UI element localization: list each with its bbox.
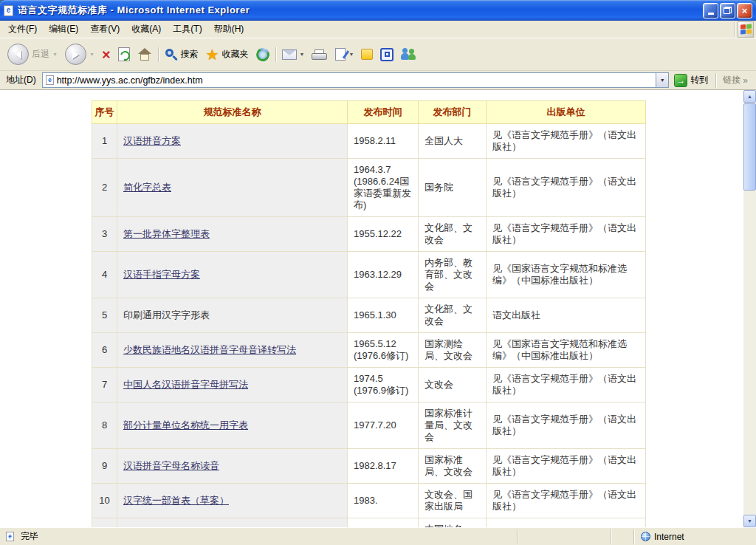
publisher-cell: 见《语言文字规范手册》（语文出版社） xyxy=(487,159,646,217)
refresh-icon xyxy=(118,47,130,61)
standard-name-cell: 汉语拼音字母名称读音 xyxy=(117,449,348,484)
refresh-button[interactable] xyxy=(114,46,134,63)
standard-name-cell: 部分计量单位名称统一用字表 xyxy=(117,402,348,449)
publish-dept-cell: 全国人大 xyxy=(419,124,487,159)
scrollbar-thumb[interactable] xyxy=(743,103,756,191)
links-label: 链接 xyxy=(723,74,740,86)
publish-date-cell: 1958.2.11 xyxy=(348,124,419,159)
publish-date-cell: 1983. xyxy=(348,484,419,518)
standard-name-cell: 汉语手指字母方案 xyxy=(117,252,348,298)
search-label: 搜索 xyxy=(181,48,199,61)
menu-help[interactable]: 帮助(H) xyxy=(208,21,250,38)
links-chevron-icon: » xyxy=(743,75,748,86)
back-label: 后退 xyxy=(32,48,49,61)
standard-name-cell: 汉语拼音方案 xyxy=(117,124,348,159)
status-bar: e 完毕 Internet xyxy=(0,527,756,545)
discuss-button[interactable] xyxy=(357,47,377,61)
discuss-note-icon xyxy=(361,49,373,60)
close-button[interactable]: × xyxy=(737,3,752,18)
print-button[interactable] xyxy=(308,47,331,63)
menu-edit[interactable]: 编辑(E) xyxy=(43,21,84,38)
standard-link[interactable]: 汉语手指字母方案 xyxy=(123,269,200,280)
scroll-up-icon: ▲ xyxy=(747,94,752,99)
menu-file[interactable]: 文件(F) xyxy=(2,21,43,38)
standard-name-text: 印刷通用汉字字形表 xyxy=(123,309,210,321)
forward-button[interactable]: ▼ xyxy=(61,42,98,66)
logo-b-button[interactable] xyxy=(377,47,397,63)
publisher-cell: 见《语言文字规范手册》（语文出版社） xyxy=(487,368,646,402)
minimize-button[interactable] xyxy=(703,3,718,18)
publish-dept-cell: 国务院 xyxy=(419,159,487,217)
ie-page-icon: e xyxy=(4,5,13,16)
publisher-cell: 见《语言文字规范手册》（语文出版社） xyxy=(487,217,646,252)
header-dept: 发布部门 xyxy=(419,101,487,124)
edit-button[interactable]: ▼ xyxy=(331,47,357,62)
restore-button[interactable] xyxy=(720,3,735,18)
messenger-button[interactable] xyxy=(397,47,421,62)
stop-button[interactable]: × xyxy=(98,46,114,64)
url-page-icon: e xyxy=(46,75,54,85)
table-row: 11中国地名汉语拼音字母拼写规则（汉语地名部分）1984.12.25中国地名委、… xyxy=(92,518,646,528)
menu-view[interactable]: 查看(V) xyxy=(84,21,126,38)
publish-date-cell: 1965.1.30 xyxy=(348,298,419,333)
status-pane-empty-2 xyxy=(614,530,631,544)
standard-link[interactable]: 汉字统一部首表（草案） xyxy=(123,495,229,506)
menu-tools[interactable]: 工具(T) xyxy=(167,21,207,38)
address-label: 地址(D) xyxy=(4,74,42,86)
browser-window: e 语言文字规范标准库 - Microsoft Internet Explore… xyxy=(0,0,756,545)
stop-icon: × xyxy=(102,47,111,62)
publish-date-cell: 1977.7.20 xyxy=(348,402,419,449)
publisher-cell: 见《语言文字规范手册》（语文出版社） xyxy=(487,402,646,449)
standard-link[interactable]: 中国人名汉语拼音字母拼写法 xyxy=(123,379,248,390)
forward-dropdown-icon: ▼ xyxy=(89,52,94,57)
publish-dept-cell: 文改会 xyxy=(419,368,487,402)
standard-link[interactable]: 汉语拼音方案 xyxy=(123,135,181,146)
window-title: 语言文字规范标准库 - Microsoft Internet Explorer xyxy=(18,4,701,17)
search-button[interactable]: 搜索 xyxy=(161,47,202,63)
standard-link[interactable]: 部分计量单位名称统一用字表 xyxy=(123,419,248,431)
mail-icon xyxy=(282,49,297,60)
menu-favorites[interactable]: 收藏(A) xyxy=(126,21,167,38)
mail-button[interactable]: ▼ xyxy=(278,48,309,61)
table-row: 1汉语拼音方案1958.2.11全国人大见《语言文字规范手册》（语文出版社） xyxy=(92,124,646,159)
menu-separator xyxy=(735,22,735,37)
header-date: 发布时间 xyxy=(348,101,419,124)
page-content: 序号 规范标准名称 发布时间 发布部门 出版单位 1汉语拼音方案1958.2.1… xyxy=(0,90,756,527)
publish-date-cell: 1964.3.7 (1986.6.24国家语委重新发布) xyxy=(348,159,419,217)
publish-date-cell: 1974.5 (1976.9修订) xyxy=(348,368,419,402)
menu-bar: 文件(F) 编辑(E) 查看(V) 收藏(A) 工具(T) 帮助(H) xyxy=(0,21,756,38)
table-row: 10汉字统一部首表（草案）1983.文改会、国家出版局见《语言文字规范手册》（语… xyxy=(92,484,646,518)
publish-dept-cell: 内务部、教育部、文改会 xyxy=(419,252,487,298)
vertical-scrollbar[interactable]: ▲ ▼ xyxy=(743,90,756,527)
standard-link[interactable]: 简化字总表 xyxy=(123,182,171,193)
go-button[interactable]: → 转到 xyxy=(669,74,713,87)
standard-name-cell: 汉字统一部首表（草案） xyxy=(117,484,348,518)
standard-link[interactable]: 汉语拼音字母名称读音 xyxy=(123,460,219,471)
forward-icon xyxy=(65,44,86,65)
back-button[interactable]: 后退 ▼ xyxy=(4,42,61,66)
row-number-cell: 7 xyxy=(92,368,117,402)
standard-link[interactable]: 第一批异体字整理表 xyxy=(123,228,210,239)
row-number-cell: 4 xyxy=(92,252,117,298)
mail-dropdown-icon: ▼ xyxy=(300,52,305,57)
publish-date-cell: 1984.12.25 xyxy=(348,518,419,528)
standard-link[interactable]: 少数民族语地名汉语拼音字母音译转写法 xyxy=(123,344,296,355)
scroll-down-icon: ▼ xyxy=(747,518,752,524)
address-input[interactable] xyxy=(57,75,656,86)
standards-table-body: 1汉语拼音方案1958.2.11全国人大见《语言文字规范手册》（语文出版社）2简… xyxy=(92,124,646,528)
publish-dept-cell: 国家测绘局、文改会 xyxy=(419,333,487,368)
address-dropdown-button[interactable]: ▼ xyxy=(656,73,668,87)
publisher-cell: 语文出版社 xyxy=(487,298,646,333)
table-header-row: 序号 规范标准名称 发布时间 发布部门 出版单位 xyxy=(92,101,646,124)
publish-date-cell: 1955.12.22 xyxy=(348,217,419,252)
history-button[interactable] xyxy=(252,47,273,63)
home-button[interactable] xyxy=(134,47,156,63)
links-button[interactable]: 链接 » xyxy=(718,74,752,86)
close-icon: × xyxy=(742,5,748,16)
favorites-star-icon: ★ xyxy=(206,47,219,62)
status-page-icon: e xyxy=(6,532,14,541)
favorites-button[interactable]: ★ 收藏夹 xyxy=(202,46,252,64)
scroll-down-button[interactable]: ▼ xyxy=(743,515,756,527)
logo-b-icon xyxy=(380,48,394,61)
scroll-up-button[interactable]: ▲ xyxy=(743,90,756,103)
